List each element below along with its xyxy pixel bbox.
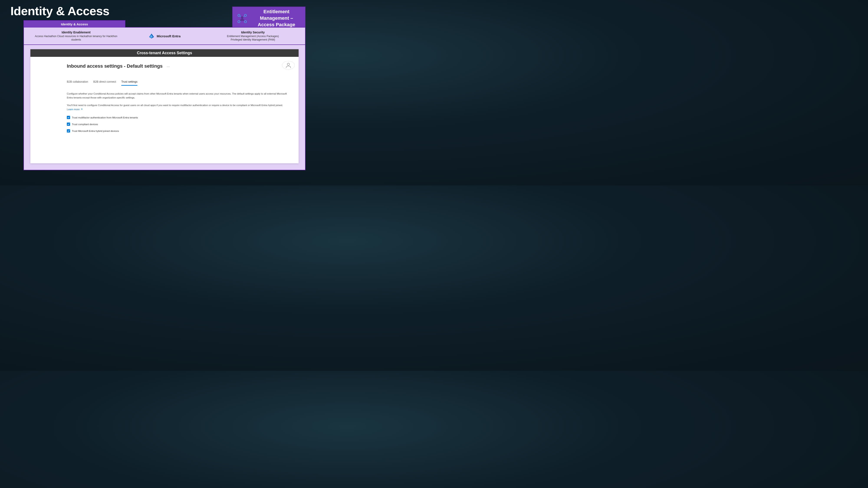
check-label: Trust Microsoft Entra hybrid joined devi… (72, 130, 119, 132)
check-label: Trust multifactor authentication from Mi… (72, 116, 138, 119)
svg-point-9 (287, 63, 290, 65)
user-icon (285, 62, 291, 68)
screenshot-area: Cross-tenant Access Settings Inbound acc… (30, 49, 299, 163)
check-trust-mfa[interactable]: Trust multifactor authentication from Mi… (67, 116, 299, 119)
tab-b2b-direct-connect[interactable]: B2B direct connect (93, 80, 116, 86)
checkbox-icon (67, 129, 70, 132)
info-identity-security: Identity Security Entitlement Management… (209, 31, 297, 41)
check-trust-hybrid[interactable]: Trust Microsoft Entra hybrid joined devi… (67, 129, 299, 132)
inner-tabs: B2B collaboration B2B direct connect Tru… (67, 80, 299, 86)
more-icon[interactable]: ⋯ (167, 65, 170, 69)
description-1: Configure whether your Conditional Acces… (67, 92, 288, 100)
tab-b2b-collaboration[interactable]: B2B collaboration (67, 80, 88, 86)
tab-identity-access[interactable]: Identity & Access (24, 20, 125, 28)
external-link-icon (81, 108, 83, 110)
main-panel: Identity & Access Identity Enablement Ac… (24, 27, 306, 170)
check-trust-compliant[interactable]: Trust compliant devices (67, 123, 299, 126)
slide-title: Identity & Access (10, 4, 110, 18)
info-identity-enablement: Identity Enablement Access Hackathon Clo… (33, 31, 120, 41)
svg-point-1 (244, 14, 247, 17)
tab-trust-settings[interactable]: Trust settings (121, 80, 137, 86)
section-title: Cross-tenant Access Settings (30, 49, 299, 57)
svg-point-8 (241, 16, 244, 19)
description-2: You'll first need to configure Condition… (67, 103, 288, 107)
info-strip: Identity Enablement Access Hackathon Clo… (24, 28, 305, 45)
learn-more-link[interactable]: Learn more (67, 108, 83, 110)
svg-point-0 (238, 14, 240, 17)
page-content: Inbound access settings - Default settin… (30, 57, 299, 132)
page-heading: Inbound access settings - Default settin… (67, 63, 162, 69)
trust-checkboxes: Trust multifactor authentication from Mi… (67, 116, 299, 132)
tab-row: Identity & Access (24, 20, 305, 28)
checkbox-icon (67, 116, 70, 119)
entra-icon (148, 33, 155, 39)
check-label: Trust compliant devices (72, 123, 98, 126)
avatar[interactable] (282, 61, 295, 70)
checkbox-icon (67, 123, 70, 126)
info-product: Microsoft Entra (121, 33, 208, 39)
